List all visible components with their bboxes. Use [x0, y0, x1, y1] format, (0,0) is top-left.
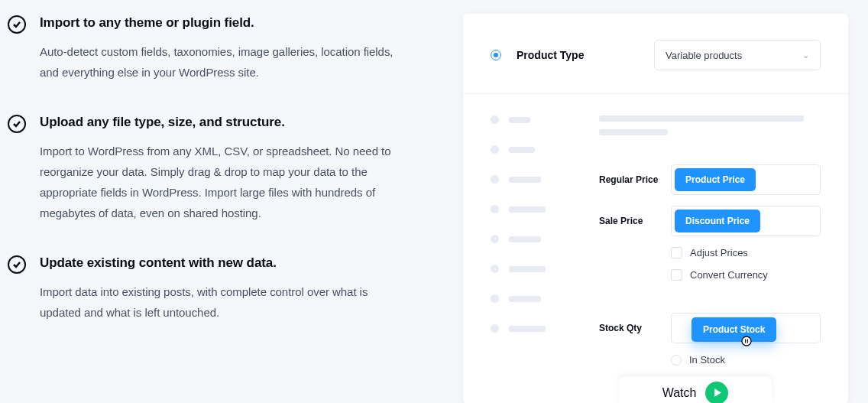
- feature-item: Import to any theme or plugin field. Aut…: [8, 15, 405, 83]
- panel-title: Product Type: [517, 49, 654, 61]
- play-icon[interactable]: [705, 382, 728, 404]
- product-stock-tag[interactable]: Product Stock: [691, 317, 776, 342]
- radio-selected-icon[interactable]: [491, 50, 501, 60]
- product-price-tag[interactable]: Product Price: [675, 168, 756, 191]
- sale-price-field[interactable]: Discount Price: [671, 206, 821, 236]
- feature-title: Upload any file type, size, and structur…: [40, 115, 405, 130]
- skeleton-line: [599, 115, 804, 122]
- features-list: Import to any theme or plugin field. Aut…: [8, 15, 405, 355]
- check-circle-icon: [8, 115, 26, 133]
- stock-qty-row: Stock Qty Product Stock: [599, 313, 821, 343]
- regular-price-field[interactable]: Product Price: [671, 164, 821, 195]
- field-label: Stock Qty: [599, 323, 671, 333]
- regular-price-row: Regular Price Product Price: [599, 164, 821, 195]
- feature-description: Import data into existing posts, with co…: [40, 281, 405, 323]
- convert-currency-option[interactable]: Convert Currency: [599, 269, 821, 281]
- field-label: Regular Price: [599, 174, 671, 185]
- adjust-prices-option[interactable]: Adjust Prices: [599, 247, 821, 258]
- radio-label: In Stock: [689, 354, 725, 366]
- cursor-icon: [740, 335, 753, 350]
- product-panel: Product Type Variable products ⌄ Regular…: [463, 14, 848, 403]
- product-type-select[interactable]: Variable products ⌄: [654, 40, 821, 70]
- option-label: Adjust Prices: [690, 247, 748, 258]
- sale-price-row: Sale Price Discount Price: [599, 206, 821, 236]
- option-label: Convert Currency: [690, 269, 768, 281]
- field-label: Sale Price: [599, 216, 671, 226]
- select-value: Variable products: [666, 50, 742, 61]
- svg-rect-1: [745, 340, 746, 343]
- checkbox-icon[interactable]: [671, 247, 682, 258]
- svg-marker-3: [714, 388, 721, 397]
- svg-point-0: [742, 336, 751, 346]
- feature-description: Import to WordPress from any XML, CSV, o…: [40, 141, 405, 223]
- watch-button[interactable]: Watch: [619, 376, 772, 403]
- chevron-down-icon: ⌄: [802, 50, 809, 60]
- checkbox-icon[interactable]: [671, 269, 682, 281]
- check-circle-icon: [8, 255, 26, 274]
- sidebar-skeleton: [491, 115, 575, 403]
- feature-title: Update existing content with new data.: [40, 255, 405, 271]
- feature-item: Upload any file type, size, and structur…: [8, 115, 405, 223]
- watch-label: Watch: [662, 386, 697, 400]
- stock-qty-field[interactable]: Product Stock: [671, 313, 821, 343]
- panel-content: Regular Price Product Price Sale Price D…: [575, 115, 848, 403]
- skeleton-line: [599, 129, 668, 135]
- check-circle-icon: [8, 15, 26, 34]
- in-stock-radio[interactable]: In Stock: [599, 354, 821, 366]
- svg-rect-2: [747, 340, 748, 343]
- radio-empty-icon[interactable]: [671, 355, 682, 366]
- feature-description: Auto-detect custom fields, taxonomies, i…: [40, 41, 405, 83]
- feature-item: Update existing content with new data. I…: [8, 255, 405, 323]
- feature-title: Import to any theme or plugin field.: [40, 15, 405, 31]
- discount-price-tag[interactable]: Discount Price: [675, 210, 760, 232]
- panel-header: Product Type Variable products ⌄: [463, 14, 848, 94]
